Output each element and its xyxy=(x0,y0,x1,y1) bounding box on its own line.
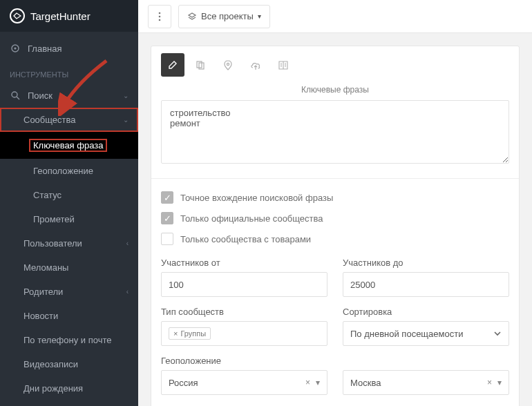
brand-name: TargetHunter xyxy=(30,10,91,22)
chevron-down-icon: ⌄ xyxy=(123,92,129,99)
nav-label: Меломаны xyxy=(23,262,68,273)
chevron-down-icon xyxy=(493,329,502,338)
checkbox-icon: ✓ xyxy=(161,191,173,204)
nav-key-phrase[interactable]: Ключевая фраза xyxy=(0,132,138,159)
field-label: Участников до xyxy=(343,258,509,268)
check-label: Только официальные сообщества xyxy=(180,213,323,224)
field-members-from: Участников от 100 xyxy=(161,258,327,297)
chevron-left-icon: ‹ xyxy=(126,240,129,247)
field-label: Сортировка xyxy=(343,307,509,317)
nav-melomany[interactable]: Меломаны xyxy=(0,255,138,280)
more-button[interactable] xyxy=(148,5,171,28)
nav-label: Сообщества xyxy=(23,115,76,125)
nav-label: Родители xyxy=(23,287,63,297)
nav-collect[interactable]: Сбор ‹ xyxy=(0,400,138,406)
logo-icon xyxy=(10,8,25,23)
chevron-left-icon: ‹ xyxy=(126,288,129,296)
members-from-input[interactable]: 100 xyxy=(161,272,327,297)
nav-news[interactable]: Новости xyxy=(0,304,138,328)
nav-label: Главная xyxy=(28,44,61,54)
svg-point-6 xyxy=(159,12,161,14)
field-sort: Сортировка По дневной посещаемости xyxy=(343,307,509,346)
field-geo-country: Геоположение Россия ×▾ xyxy=(161,356,327,395)
nav-label: Пользователи xyxy=(23,238,82,249)
content: Ключевые фразы ✓ Точное вхождение поиско… xyxy=(138,33,532,406)
nav-label: По телефону и почте xyxy=(23,335,112,345)
caret-down-icon: ▾ xyxy=(497,378,502,387)
svg-point-11 xyxy=(227,63,229,65)
tool-edit[interactable] xyxy=(161,53,184,77)
checkbox-icon: ✓ xyxy=(161,212,173,224)
nav-label: Геоположение xyxy=(33,166,93,176)
geo-country-select[interactable]: Россия ×▾ xyxy=(161,370,327,395)
layers-icon xyxy=(187,12,197,21)
svg-point-1 xyxy=(14,47,16,49)
sidebar: TargetHunter Главная ИНСТРУМЕНТЫ Поиск ⌄… xyxy=(0,0,138,406)
topbar: Все проекты ▾ xyxy=(138,0,532,33)
nav-label: Поиск xyxy=(28,90,53,101)
sidebar-nav: Главная ИНСТРУМЕНТЫ Поиск ⌄ Сообщества ⌄… xyxy=(0,32,138,406)
svg-point-2 xyxy=(12,92,17,97)
close-icon[interactable]: × xyxy=(487,378,492,387)
check-label: Точное вхождение поисковой фразы xyxy=(180,193,333,203)
nav-label: Прометей xyxy=(33,214,75,224)
caret-down-icon: ▾ xyxy=(316,378,320,387)
nav-phone-mail[interactable]: По телефону и почте xyxy=(0,328,138,352)
tool-book[interactable] xyxy=(272,53,295,77)
search-icon xyxy=(10,90,21,101)
main: Все проекты ▾ Ключевые фразы xyxy=(138,0,532,406)
tool-cloud[interactable] xyxy=(244,53,267,77)
close-icon[interactable]: × xyxy=(173,329,178,338)
keywords-title: Ключевые фразы xyxy=(151,84,519,100)
projects-label: Все проекты xyxy=(201,11,254,21)
tool-copy[interactable] xyxy=(189,53,212,77)
checkbox-icon xyxy=(161,233,173,245)
nav-label: Видеозаписи xyxy=(23,359,78,369)
field-label: Геоположение xyxy=(161,356,327,366)
check-goods[interactable]: Только сообщества с товарами xyxy=(161,233,509,245)
field-geo-city: Москва ×▾ xyxy=(343,356,509,395)
nav-prometey[interactable]: Прометей xyxy=(0,207,138,231)
check-label: Только сообщества с товарами xyxy=(180,234,311,244)
type-tag[interactable]: ×Группы xyxy=(169,327,211,340)
logo: TargetHunter xyxy=(0,0,138,32)
svg-point-8 xyxy=(159,19,161,21)
close-icon[interactable]: × xyxy=(305,378,310,387)
field-label: Тип сообществ xyxy=(161,307,327,317)
nav-search[interactable]: Поиск ⌄ xyxy=(0,83,138,108)
field-members-to: Участников до 25000 xyxy=(343,258,509,297)
check-official[interactable]: ✓ Только официальные сообщества xyxy=(161,212,509,224)
members-to-input[interactable]: 25000 xyxy=(343,272,509,297)
nav-parents[interactable]: Родители ‹ xyxy=(0,280,138,304)
svg-line-3 xyxy=(17,97,19,99)
geo-city-select[interactable]: Москва ×▾ xyxy=(343,370,509,395)
nav-label: ИНСТРУМЕНТЫ xyxy=(10,70,68,79)
nav-users[interactable]: Пользователи ‹ xyxy=(0,231,138,255)
card-toolbar xyxy=(151,46,519,84)
nav-birthdays[interactable]: Дни рождения xyxy=(0,376,138,400)
nav-label: Статус xyxy=(33,190,61,200)
chevron-down-icon: ⌄ xyxy=(123,116,129,124)
nav-section-tools: ИНСТРУМЕНТЫ xyxy=(0,61,138,83)
community-type-input[interactable]: ×Группы xyxy=(161,321,327,346)
nav-communities[interactable]: Сообщества ⌄ xyxy=(0,108,138,132)
nav-label: Дни рождения xyxy=(23,383,83,394)
sort-select[interactable]: По дневной посещаемости xyxy=(343,321,509,346)
keywords-textarea[interactable] xyxy=(161,100,509,164)
field-community-type: Тип сообществ ×Группы xyxy=(161,307,327,346)
nav-geolocation[interactable]: Геоположение xyxy=(0,159,138,183)
nav-videos[interactable]: Видеозаписи xyxy=(0,352,138,376)
search-card: Ключевые фразы ✓ Точное вхождение поиско… xyxy=(151,46,520,406)
nav-home[interactable]: Главная xyxy=(0,36,138,61)
svg-point-7 xyxy=(159,15,161,17)
options: ✓ Точное вхождение поисковой фразы ✓ Тол… xyxy=(151,191,519,245)
projects-dropdown[interactable]: Все проекты ▾ xyxy=(178,5,270,28)
nav-status[interactable]: Статус xyxy=(0,183,138,207)
home-icon xyxy=(10,43,21,54)
caret-down-icon: ▾ xyxy=(258,12,261,20)
field-label xyxy=(343,356,509,366)
nav-label: Ключевая фраза xyxy=(29,139,107,152)
check-exact[interactable]: ✓ Точное вхождение поисковой фразы xyxy=(161,191,509,204)
field-label: Участников от xyxy=(161,258,327,268)
tool-location[interactable] xyxy=(216,53,240,77)
